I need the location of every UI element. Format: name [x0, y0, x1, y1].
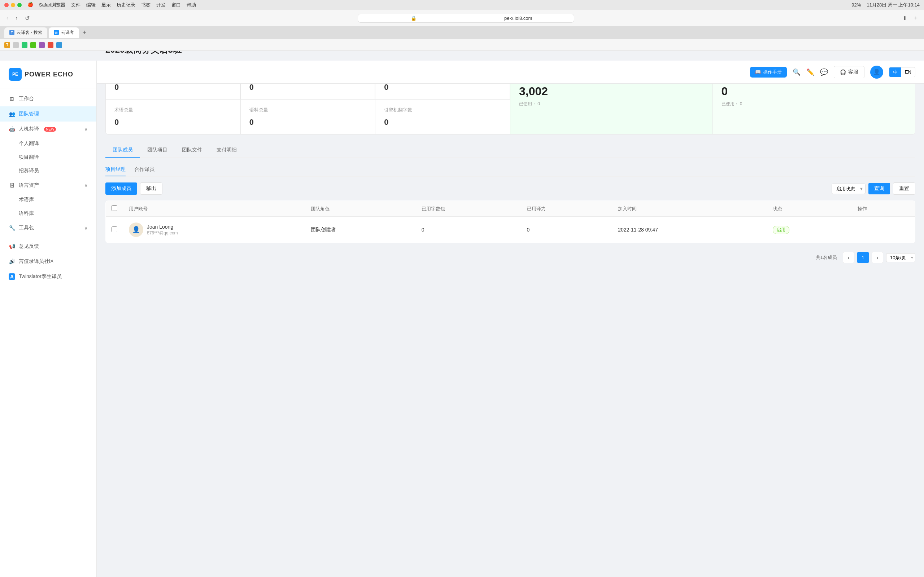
- browser-tab-1[interactable]: T 云译客 - 搜索: [4, 27, 47, 38]
- tab-payment-details[interactable]: 支付明细: [209, 143, 244, 158]
- sidebar-item-term-lib[interactable]: 术语库: [0, 193, 96, 206]
- sub-tab-project-manager[interactable]: 项目经理: [105, 163, 126, 176]
- lang-en-btn[interactable]: EN: [901, 68, 915, 76]
- edit-icon-btn[interactable]: ✏️: [806, 68, 814, 76]
- bookmark-t[interactable]: T: [4, 42, 10, 48]
- sidebar-item-community[interactable]: 🔊 言值录译员社区: [0, 254, 96, 269]
- bookmark-3[interactable]: [22, 42, 27, 48]
- menu-apple[interactable]: 🍎: [27, 2, 33, 8]
- close-window-btn[interactable]: [4, 3, 9, 7]
- bookmark-2[interactable]: [13, 42, 19, 48]
- row-checkbox[interactable]: [111, 226, 117, 232]
- col-user-account: 用户账号: [123, 201, 305, 217]
- stat-card-terms: 术语总量 0: [106, 100, 241, 134]
- bookmark-4[interactable]: [30, 42, 36, 48]
- service-icon: 🎧: [840, 69, 846, 75]
- row-join-time-cell: 2022-11-28 09:47: [612, 217, 767, 243]
- sidebar-label-lang-assets: 语言资产: [19, 182, 39, 189]
- sidebar-item-toolbox[interactable]: 🔧 工具包 ∨: [0, 220, 96, 235]
- pagination-prev[interactable]: ‹: [843, 252, 855, 263]
- minimize-window-btn[interactable]: [11, 3, 15, 7]
- main-tab-list: 团队成员 团队项目 团队文件 支付明细: [105, 143, 915, 158]
- logo-pe: PE: [12, 72, 18, 77]
- sidebar-item-workspace[interactable]: ⊞ 工作台: [0, 91, 96, 106]
- lang-switch: 中 EN: [889, 67, 915, 77]
- data-table: 用户账号 团队角色 已用字数包 已用译力 加入时间 状态 操作 👤: [105, 200, 915, 243]
- manual-btn[interactable]: 📖 操作手册: [750, 67, 787, 77]
- reload-btn[interactable]: ↺: [23, 14, 32, 23]
- sidebar-item-corpus-lib[interactable]: 语料库: [0, 206, 96, 220]
- community-icon: 🔊: [9, 258, 15, 265]
- remove-member-btn[interactable]: 移出: [140, 182, 162, 195]
- tab-team-members[interactable]: 团队成员: [105, 143, 140, 158]
- add-member-btn[interactable]: 添加成员: [105, 182, 137, 195]
- sidebar-logo: PE POWER ECHO: [0, 61, 96, 89]
- pagination-next[interactable]: ›: [872, 252, 883, 263]
- tab-team-files[interactable]: 团队文件: [175, 143, 209, 158]
- tab-container: 团队成员 团队项目 团队文件 支付明细: [105, 143, 915, 158]
- menu-edit[interactable]: 编辑: [86, 2, 96, 8]
- menu-help[interactable]: 帮助: [187, 2, 196, 8]
- bookmark-5[interactable]: [39, 42, 45, 48]
- menu-safari[interactable]: Safari浏览器: [39, 2, 65, 8]
- menu-bookmarks[interactable]: 书签: [141, 2, 150, 8]
- sub-tab-collaborator[interactable]: 合作译员: [134, 163, 155, 176]
- share-btn[interactable]: ⬆: [900, 14, 909, 23]
- user-info: Joan Loong 876***@qq.com: [147, 224, 178, 235]
- select-all-checkbox[interactable]: [111, 205, 117, 211]
- stat-value-corpus: 0: [249, 118, 367, 127]
- stat-card-corpus: 语料总量 0: [241, 100, 375, 134]
- pagination-page-1[interactable]: 1: [857, 252, 869, 263]
- forward-btn[interactable]: ›: [13, 14, 19, 22]
- bookmark-6[interactable]: [48, 42, 53, 48]
- sidebar-item-feedback[interactable]: 📢 意见反馈: [0, 239, 96, 254]
- bookmark-7[interactable]: [56, 42, 62, 48]
- menu-dev[interactable]: 开发: [156, 2, 166, 8]
- col-join-time: 加入时间: [612, 201, 767, 217]
- twin-icon: A: [9, 273, 15, 280]
- new-tab-btn[interactable]: +: [912, 14, 920, 22]
- search-icon-btn[interactable]: 🔍: [793, 68, 801, 76]
- address-bar[interactable]: 🔒 pe-x.iol8.com: [358, 14, 574, 23]
- balance-used: 已使用： 0: [519, 101, 704, 107]
- sidebar-label-community: 言值录译员社区: [19, 258, 54, 265]
- reset-btn[interactable]: 重置: [893, 182, 915, 195]
- customer-service-btn[interactable]: 🎧 客服: [834, 66, 864, 78]
- status-filter[interactable]: 启用状态 启用 禁用: [832, 184, 866, 194]
- word-used-label: 已使用：: [722, 102, 739, 106]
- lang-zh-btn[interactable]: 中: [889, 68, 901, 77]
- menu-history[interactable]: 历史记录: [116, 2, 135, 8]
- menu-view[interactable]: 显示: [102, 2, 111, 8]
- add-tab-btn[interactable]: +: [81, 28, 89, 37]
- browser-tab-2[interactable]: 云 云译客: [49, 27, 79, 38]
- stat-label-corpus: 语料总量: [249, 107, 367, 113]
- row-role-cell: 团队创建者: [305, 217, 416, 243]
- sidebar-item-project-trans[interactable]: 项目翻译: [0, 150, 96, 164]
- message-icon-btn[interactable]: 💬: [820, 68, 828, 76]
- sidebar-item-personal-trans[interactable]: 个人翻译: [0, 137, 96, 150]
- sidebar-item-human-ai[interactable]: 🤖 人机共译 NEW ∨: [0, 121, 96, 137]
- user-avatar[interactable]: 👤: [870, 66, 883, 79]
- tab-team-projects[interactable]: 团队项目: [140, 143, 175, 158]
- tab-favicon-1: T: [10, 30, 15, 35]
- per-page-wrapper[interactable]: 10条/页 20条/页 50条/页: [886, 253, 915, 262]
- maximize-window-btn[interactable]: [17, 3, 22, 7]
- table-toolbar-left: 添加成员 移出: [105, 182, 162, 195]
- sidebar-item-team-mgmt[interactable]: 👥 团队管理: [0, 106, 96, 121]
- lang-assets-expand-icon: ∧: [84, 182, 88, 188]
- url-display: pe-x.iol8.com: [467, 16, 570, 21]
- menu-window[interactable]: 窗口: [171, 2, 181, 8]
- per-page-select[interactable]: 10条/页 20条/页 50条/页: [886, 253, 915, 262]
- back-btn[interactable]: ‹: [4, 14, 10, 22]
- traffic-lights: [4, 3, 22, 7]
- mac-titlebar-right: 92% 11月28日 周一 上午10:14: [851, 2, 920, 8]
- sidebar-item-twinslator[interactable]: A Twinslator孪生译员: [0, 269, 96, 284]
- tool-icon: 🔧: [9, 225, 15, 231]
- query-btn[interactable]: 查询: [868, 183, 890, 194]
- status-filter-wrapper[interactable]: 启用状态 启用 禁用: [832, 184, 866, 194]
- menu-file[interactable]: 文件: [71, 2, 81, 8]
- sidebar-item-recruit[interactable]: 招募译员: [0, 164, 96, 178]
- sidebar-nav: ⊞ 工作台 👥 团队管理 🤖 人机共译 NEW ∨ 个人翻译 项目翻译 招募译员…: [0, 89, 96, 287]
- sidebar-item-lang-assets[interactable]: 🗄 语言资产 ∧: [0, 178, 96, 193]
- table-row: 👤 Joan Loong 876***@qq.com 团队创建者 0 0 202…: [106, 217, 915, 243]
